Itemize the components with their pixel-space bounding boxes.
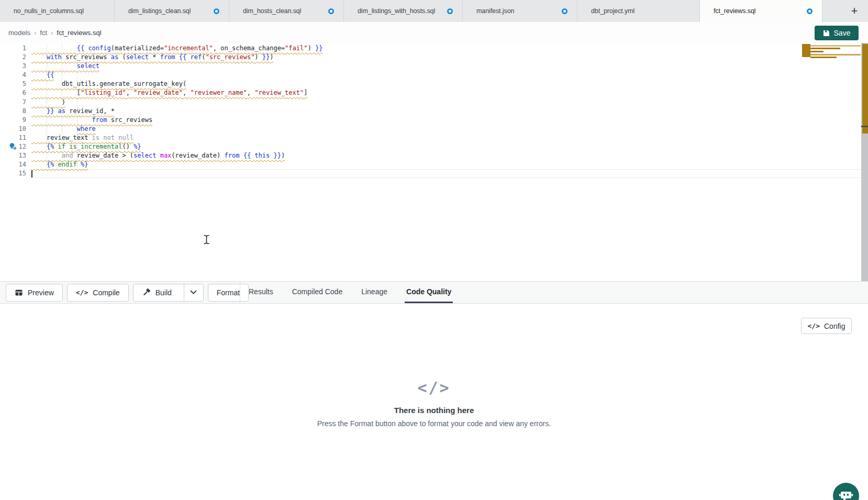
code-line-1[interactable]: {{ config(materialized="incremental", on…: [31, 44, 826, 53]
tab-results[interactable]: Results: [247, 282, 275, 303]
tab-dim_listings_with_hosts.sql[interactable]: dim_listings_with_hosts.sql: [344, 0, 463, 22]
format-button[interactable]: Format: [208, 284, 249, 302]
line-number: 1: [0, 44, 26, 53]
code-line-text: select: [31, 62, 99, 70]
build-dropdown-button[interactable]: [184, 284, 203, 301]
code-line-text: where: [31, 125, 96, 132]
line-number-gutter: 123456789101112131415: [0, 44, 26, 178]
unsaved-changes-dot-icon: [447, 8, 453, 14]
breadcrumb-item[interactable]: fct: [40, 29, 47, 37]
table-icon: [15, 288, 23, 297]
breadcrumb-bar: models›fct›fct_reviews.sql Save: [0, 22, 868, 43]
tab-code-quality[interactable]: Code Quality: [405, 282, 453, 303]
minimap[interactable]: [801, 44, 862, 59]
robot-icon: [839, 489, 853, 500]
tab-no_nulls_in_columns.sql[interactable]: no_nulls_in_columns.sql: [0, 0, 115, 22]
line-number: 15: [0, 169, 26, 178]
code-line-11[interactable]: review_text is not null: [31, 134, 826, 142]
code-icon: </>: [76, 288, 88, 296]
code-line-9[interactable]: from src_reviews: [31, 116, 826, 125]
code-line-4[interactable]: {{: [31, 71, 826, 80]
code-line-text: {% if is_incremental() %}: [31, 143, 141, 150]
breadcrumb: models›fct›fct_reviews.sql: [8, 29, 102, 37]
button-label: Format: [217, 288, 240, 297]
button-label: Build: [155, 288, 172, 297]
code-line-3[interactable]: select: [31, 62, 826, 71]
scrollbar-handle-edge: [861, 126, 868, 127]
code-line-2[interactable]: with src_reviews as (select * from {{ re…: [31, 53, 826, 62]
code-line-7[interactable]: ): [31, 98, 826, 107]
tab-filename: fct_reviews.sql: [714, 7, 755, 15]
line-number: 2: [0, 53, 26, 62]
code-line-text: and review_date > (select max(review_dat…: [31, 152, 285, 159]
code-line-12[interactable]: {% if is_incremental() %}: [31, 142, 826, 151]
tab-filename: dbt_project.yml: [591, 7, 635, 15]
line-number: 8: [0, 107, 26, 116]
breadcrumb-item[interactable]: models: [8, 29, 30, 37]
code-line-text: with src_reviews as (select * from {{ re…: [31, 53, 274, 61]
tab-dbt_project.yml[interactable]: dbt_project.yml: [577, 0, 700, 22]
panel-tabs: ResultsCompiled CodeLineageCode Quality: [247, 282, 453, 303]
preview-button[interactable]: Preview: [6, 284, 63, 302]
code-line-5[interactable]: dbt_utils.generate_surrogate_key(: [31, 80, 826, 88]
code-line-10[interactable]: where: [31, 125, 826, 134]
tab-dim_hosts_clean.sql[interactable]: dim_hosts_clean.sql: [229, 0, 344, 22]
code-line-13[interactable]: and review_date > (select max(review_dat…: [31, 151, 826, 160]
tab-filename: dim_listings_with_hosts.sql: [358, 7, 435, 15]
save-label: Save: [834, 29, 851, 37]
scrollbar-warning-marks: [862, 44, 868, 134]
empty-state: </> There is nothing here Press the Form…: [0, 379, 868, 428]
empty-state-subtitle: Press the Format button above to format …: [317, 419, 551, 428]
line-number: 9: [0, 116, 26, 125]
new-tab-button[interactable]: +: [841, 0, 868, 22]
config-label: Config: [824, 322, 845, 330]
line-number: 10: [0, 125, 26, 134]
toolbar-buttons: Preview</>CompileBuildFormat: [6, 282, 249, 303]
line-number: 14: [0, 160, 26, 169]
breadcrumb-separator-icon: ›: [34, 29, 36, 37]
tab-filename: no_nulls_in_columns.sql: [14, 7, 84, 15]
code-line-text: dbt_utils.generate_surrogate_key(: [31, 80, 186, 87]
compile-button[interactable]: </>Compile: [67, 284, 129, 302]
line-number: 11: [0, 134, 26, 142]
code-editor[interactable]: 123456789101112131415 {{ config(material…: [0, 43, 868, 281]
tab-fct_reviews.sql[interactable]: fct_reviews.sql: [700, 0, 822, 22]
lightbulb-autofix-icon[interactable]: [9, 142, 17, 151]
build-button[interactable]: Build: [133, 284, 179, 301]
breadcrumb-separator-icon: ›: [51, 29, 53, 37]
line-number: 5: [0, 80, 26, 88]
code-line-8[interactable]: }} as review_id, *: [31, 107, 826, 116]
code-line-14[interactable]: {% endif %}: [31, 160, 826, 169]
code-line-6[interactable]: ["listing_id", "review_date", "reviewer_…: [31, 88, 826, 97]
config-button[interactable]: </> Config: [801, 318, 852, 334]
build-button: Build: [133, 284, 204, 302]
line-number: 3: [0, 62, 26, 71]
tab-dim_listings_clean.sql[interactable]: dim_listings_clean.sql: [115, 0, 229, 22]
code-line-text: }} as review_id, *: [31, 107, 115, 115]
code-line-text: from src_reviews: [31, 116, 152, 124]
tab-filename: dim_hosts_clean.sql: [243, 7, 301, 15]
code-line-15[interactable]: [31, 169, 826, 178]
save-button[interactable]: Save: [815, 26, 859, 40]
tab-manifest.json[interactable]: manifest.json: [463, 0, 577, 22]
button-label: Compile: [93, 288, 119, 297]
text-cursor: [31, 170, 32, 177]
code-icon: </>: [417, 379, 450, 397]
floppy-icon: [823, 30, 830, 37]
empty-state-title: There is nothing here: [394, 406, 474, 415]
unsaved-changes-dot-icon: [214, 8, 219, 14]
results-panel: </> Config </> There is nothing here Pre…: [0, 304, 868, 500]
tab-lineage[interactable]: Lineage: [360, 282, 389, 303]
code-line-text: ["listing_id", "review_date", "reviewer_…: [31, 89, 307, 96]
tab-bar: no_nulls_in_columns.sqldim_listings_clea…: [0, 0, 868, 22]
code-icon: </>: [808, 322, 820, 330]
breadcrumb-item[interactable]: fct_reviews.sql: [57, 29, 101, 37]
code-line-text: {{: [31, 71, 54, 79]
unsaved-changes-dot-icon: [807, 8, 813, 14]
bottom-toolbar: Preview</>CompileBuildFormat ResultsComp…: [0, 281, 868, 304]
code-content[interactable]: {{ config(materialized="incremental", on…: [31, 44, 826, 178]
tab-compiled-code[interactable]: Compiled Code: [291, 282, 344, 303]
line-number: 13: [0, 151, 26, 160]
editor-scrollbar[interactable]: [861, 43, 868, 281]
mouse-ibeam-cursor: [203, 235, 210, 247]
